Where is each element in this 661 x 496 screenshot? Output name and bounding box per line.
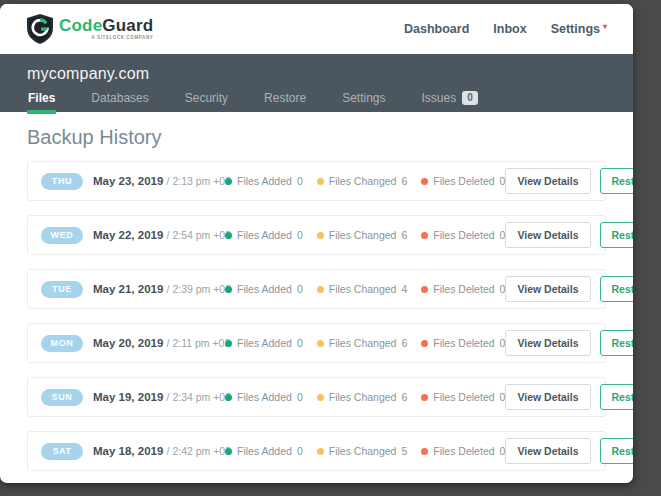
app-window: CodeGuard A SITELOCK COMPANY Dashboard I… (0, 4, 633, 483)
view-details-button[interactable]: View Details (505, 276, 590, 302)
tab-issues[interactable]: Issues0 (420, 86, 478, 114)
restore-options-button[interactable]: Restore Options (600, 222, 634, 248)
brand-name: CodeGuard (59, 17, 153, 34)
brand-name-guard: Guard (102, 16, 153, 35)
brand-tagline: A SITELOCK COMPANY (59, 36, 153, 41)
shield-logo-icon (27, 14, 53, 44)
backup-date: May 19, 2019 / 2:34 pm +03 (93, 391, 215, 403)
green-dot-icon (225, 448, 232, 455)
files-added-value: 0 (297, 337, 303, 349)
orange-dot-icon (421, 286, 428, 293)
backup-stats: Files Added 0 Files Changed 6 Files Dele… (225, 391, 505, 403)
stat-files-deleted: Files Deleted 0 (421, 283, 505, 295)
green-dot-icon (225, 286, 232, 293)
day-pill: MON (41, 335, 83, 352)
orange-dot-icon (421, 340, 428, 347)
backup-row: SUN May 19, 2019 / 2:34 pm +03 Files Add… (27, 377, 606, 417)
backup-date: May 23, 2019 / 2:13 pm +03 (93, 175, 215, 187)
files-added-value: 0 (297, 445, 303, 457)
files-added-value: 0 (297, 175, 303, 187)
view-details-button[interactable]: View Details (505, 438, 590, 464)
row-buttons: View Details Restore Options (505, 276, 633, 302)
view-details-button[interactable]: View Details (505, 384, 590, 410)
restore-options-button[interactable]: Restore Options (600, 330, 634, 356)
row-buttons: View Details Restore Options (505, 168, 633, 194)
restore-options-button[interactable]: Restore Options (600, 276, 634, 302)
stat-files-changed: Files Changed 6 (317, 175, 408, 187)
backup-date: May 20, 2019 / 2:11 pm +03 (93, 337, 215, 349)
stat-files-deleted: Files Deleted 0 (421, 445, 505, 457)
stat-files-added: Files Added 0 (225, 445, 303, 457)
backup-date: May 22, 2019 / 2:54 pm +03 (93, 229, 215, 241)
files-changed-value: 6 (401, 391, 407, 403)
backup-row: WED May 22, 2019 / 2:54 pm +03 Files Add… (27, 215, 606, 255)
nav-item-settings[interactable]: Settings▾ (551, 22, 607, 36)
yellow-dot-icon (317, 448, 324, 455)
stat-files-added: Files Added 0 (225, 175, 303, 187)
orange-dot-icon (421, 448, 428, 455)
files-added-value: 0 (297, 283, 303, 295)
day-pill: WED (41, 227, 83, 244)
backup-stats: Files Added 0 Files Changed 4 Files Dele… (225, 283, 505, 295)
green-dot-icon (225, 340, 232, 347)
stat-files-deleted: Files Deleted 0 (421, 175, 505, 187)
stat-files-changed: Files Changed 6 (317, 337, 408, 349)
view-details-button[interactable]: View Details (505, 168, 590, 194)
stat-files-deleted: Files Deleted 0 (421, 229, 505, 241)
tab-security[interactable]: Security (184, 86, 229, 114)
tab-files[interactable]: Files (27, 86, 56, 114)
green-dot-icon (225, 232, 232, 239)
site-bar: mycompany.com Files Databases Security R… (0, 54, 633, 112)
row-buttons: View Details Restore Options (505, 222, 633, 248)
top-nav: Dashboard Inbox Settings▾ (404, 22, 607, 36)
yellow-dot-icon (317, 178, 324, 185)
restore-options-button[interactable]: Restore Options (600, 438, 634, 464)
chevron-down-icon: ▾ (603, 23, 607, 31)
files-changed-value: 5 (401, 445, 407, 457)
backup-stats: Files Added 0 Files Changed 6 Files Dele… (225, 337, 505, 349)
yellow-dot-icon (317, 394, 324, 401)
page-title: Backup History (27, 126, 606, 149)
day-pill: SAT (41, 443, 83, 460)
row-buttons: View Details Restore Options (505, 384, 633, 410)
stat-files-deleted: Files Deleted 0 (421, 337, 505, 349)
top-header: CodeGuard A SITELOCK COMPANY Dashboard I… (0, 4, 633, 54)
backup-stats: Files Added 0 Files Changed 6 Files Dele… (225, 229, 505, 241)
stat-files-changed: Files Changed 6 (317, 229, 408, 241)
view-details-button[interactable]: View Details (505, 222, 590, 248)
restore-options-button[interactable]: Restore Options (600, 168, 634, 194)
site-tabs: Files Databases Security Restore Setting… (27, 86, 606, 114)
files-added-value: 0 (297, 229, 303, 241)
brand-name-code: Code (59, 16, 102, 35)
stat-files-added: Files Added 0 (225, 283, 303, 295)
yellow-dot-icon (317, 232, 324, 239)
backup-row: TUE May 21, 2019 / 2:39 pm +03 Files Add… (27, 269, 606, 309)
brand-text: CodeGuard A SITELOCK COMPANY (59, 17, 153, 41)
day-pill: THU (41, 173, 83, 190)
stat-files-deleted: Files Deleted 0 (421, 391, 505, 403)
day-pill: SUN (41, 389, 83, 406)
nav-item-inbox[interactable]: Inbox (493, 22, 526, 36)
codeguard-logo[interactable]: CodeGuard A SITELOCK COMPANY (27, 14, 153, 44)
nav-item-dashboard[interactable]: Dashboard (404, 22, 469, 36)
yellow-dot-icon (317, 286, 324, 293)
orange-dot-icon (421, 178, 428, 185)
restore-options-button[interactable]: Restore Options (600, 384, 634, 410)
backup-stats: Files Added 0 Files Changed 5 Files Dele… (225, 445, 505, 457)
backup-date: May 21, 2019 / 2:39 pm +03 (93, 283, 215, 295)
day-pill: TUE (41, 281, 83, 298)
green-dot-icon (225, 178, 232, 185)
main-content: Backup History THU May 23, 2019 / 2:13 p… (0, 112, 633, 471)
orange-dot-icon (421, 232, 428, 239)
stat-files-added: Files Added 0 (225, 391, 303, 403)
orange-dot-icon (421, 394, 428, 401)
stat-files-changed: Files Changed 5 (317, 445, 408, 457)
tab-settings[interactable]: Settings (341, 86, 386, 114)
stat-files-added: Files Added 0 (225, 337, 303, 349)
view-details-button[interactable]: View Details (505, 330, 590, 356)
backup-row: MON May 20, 2019 / 2:11 pm +03 Files Add… (27, 323, 606, 363)
files-changed-value: 6 (401, 337, 407, 349)
tab-restore[interactable]: Restore (263, 86, 307, 114)
tab-databases[interactable]: Databases (90, 86, 149, 114)
row-buttons: View Details Restore Options (505, 330, 633, 356)
